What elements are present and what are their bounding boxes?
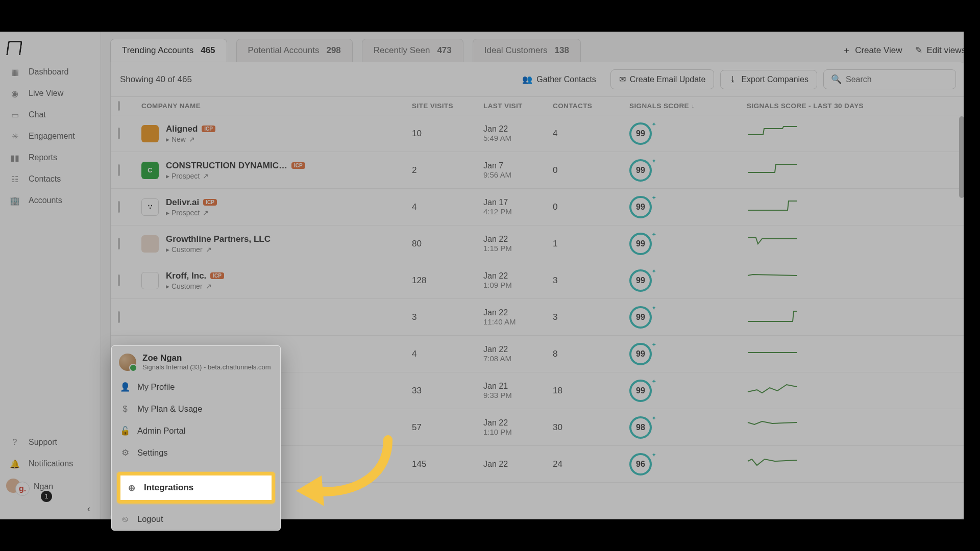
company-subtype: ▸ Prospect ↗ (166, 209, 217, 217)
external-link-icon[interactable]: ↗ (206, 282, 212, 290)
company-logo (141, 309, 159, 326)
last-visit-time: 9:33 PM (483, 391, 553, 399)
company-logo: C (141, 162, 159, 179)
signals-score: 99 (629, 122, 652, 145)
gather-contacts-button[interactable]: 👥 Gather Contacts (514, 70, 604, 89)
collapse-sidebar-button[interactable]: ‹ (87, 504, 90, 514)
create-view-button[interactable]: ＋ Create View (842, 44, 902, 56)
sparkline (747, 381, 930, 400)
avatar: g. (6, 478, 29, 496)
barchart-icon: ▮▮ (9, 152, 20, 163)
sidebar-item-contacts[interactable]: ☷ Contacts (0, 168, 101, 190)
signals-score: 98 (629, 416, 652, 439)
site-visits: 33 (412, 386, 483, 396)
col-lastvisit[interactable]: LAST VISIT (483, 102, 553, 110)
last-visit-time: 1:09 PM (483, 281, 553, 289)
sidebar-item-dashboard[interactable]: ▦ Dashboard (0, 61, 101, 83)
external-link-icon[interactable]: ↗ (203, 209, 209, 217)
site-visits: 10 (412, 129, 483, 139)
menu-logout[interactable]: ⎋ Logout (112, 508, 280, 530)
dollar-icon: $ (120, 404, 130, 414)
table-row[interactable]: Aligned ICP▸ New ↗10Jan 225:49 AM499 (111, 115, 965, 152)
search-input[interactable]: 🔍 (823, 69, 956, 89)
menu-plan-usage[interactable]: $ My Plan & Usage (112, 398, 280, 420)
tab-potential-accounts[interactable]: Potential Accounts298 (236, 39, 353, 62)
popup-user-name: Zoe Ngan (142, 353, 271, 363)
row-checkbox[interactable] (118, 201, 120, 213)
building-icon: 🏢 (9, 195, 20, 206)
sidebar-item-label: Chat (29, 110, 46, 119)
table-row[interactable]: CCONSTRUCTION DYNAMIC… ICP▸ Prospect ↗2J… (111, 152, 965, 189)
tab-ideal-customers[interactable]: Ideal Customers138 (473, 39, 581, 62)
last-visit-date: Jan 22 (483, 124, 553, 134)
last-visit-time: 5:49 AM (483, 134, 553, 142)
sidebar-item-label: Support (29, 438, 57, 447)
search-icon: 🔍 (831, 74, 842, 85)
col-visits[interactable]: SITE VISITS (412, 102, 483, 110)
last-visit-date: Jan 22 (483, 345, 553, 354)
signals-score: 99 (629, 159, 652, 182)
menu-my-profile[interactable]: 👤 My Profile (112, 376, 280, 398)
table-row[interactable]: 3Jan 2211:40 AM399 (111, 299, 965, 336)
create-email-update-button[interactable]: ✉ Create Email Update (610, 69, 715, 89)
edit-views-button[interactable]: ✎ Edit views (915, 44, 966, 56)
sidebar-user[interactable]: g. Ngan 1 (0, 474, 101, 499)
company-logo (141, 125, 159, 142)
sidebar-item-notifications[interactable]: 🔔 Notifications (0, 453, 101, 474)
lock-icon: 🔓 (120, 426, 130, 436)
signals-score: 99 (629, 343, 652, 365)
table-row[interactable]: Growthline Partners, LLC▸ Customer ↗80Ja… (111, 226, 965, 262)
row-checkbox[interactable] (118, 274, 120, 286)
menu-settings[interactable]: ⚙ Settings (112, 442, 280, 464)
sidebar-item-reports[interactable]: ▮▮ Reports (0, 147, 101, 168)
icp-badge: ICP (203, 199, 217, 206)
person-icon: 👤 (120, 382, 130, 392)
table-row[interactable]: Kroff, Inc. ICP▸ Customer ↗128Jan 221:09… (111, 262, 965, 299)
icp-badge: ICP (210, 272, 224, 279)
external-link-icon[interactable]: ↗ (189, 135, 195, 143)
sidebar-item-support[interactable]: ? Support (0, 432, 101, 453)
site-visits: 3 (412, 312, 483, 322)
export-companies-button[interactable]: ⭳ Export Companies (720, 70, 817, 89)
sidebar-item-chat[interactable]: ▭ Chat (0, 104, 101, 126)
select-all-checkbox[interactable] (118, 101, 120, 111)
last-visit-date: Jan 7 (483, 161, 553, 170)
row-checkbox[interactable] (118, 238, 120, 249)
highlight-integrations[interactable]: ⊕ Integrations (117, 472, 275, 504)
col-contacts[interactable]: CONTACTS (553, 102, 629, 110)
avatar (119, 354, 136, 371)
last-visit-date: Jan 22 (483, 308, 553, 317)
menu-admin-portal[interactable]: 🔓 Admin Portal (112, 420, 280, 442)
company-logo: ∵ (141, 198, 159, 216)
last-visit-date: Jan 22 (483, 235, 553, 244)
row-checkbox[interactable] (118, 311, 120, 323)
scrollbar-thumb[interactable] (959, 116, 964, 198)
icp-badge: ICP (202, 126, 215, 132)
showing-count: Showing 40 of 465 (120, 74, 192, 85)
sidebar-item-label: Reports (29, 153, 57, 162)
tab-recently-seen[interactable]: Recently Seen473 (362, 39, 463, 62)
col-company[interactable]: COMPANY NAME (141, 102, 412, 110)
company-name: Growthline Partners, LLC (166, 234, 271, 244)
contacts-count: 0 (553, 202, 629, 212)
sidebar-item-liveview[interactable]: ◉ Live View (0, 83, 101, 104)
signals-score: 99 (629, 380, 652, 402)
sidebar-item-accounts[interactable]: 🏢 Accounts (0, 190, 101, 211)
app-logo[interactable] (0, 37, 101, 61)
row-checkbox[interactable] (118, 128, 120, 139)
tab-trending-accounts[interactable]: Trending Accounts465 (110, 39, 227, 62)
site-visits: 128 (412, 276, 483, 286)
notification-badge: 1 (41, 491, 52, 502)
sidebar-item-engagement[interactable]: ✳ Engagement (0, 126, 101, 147)
row-checkbox[interactable] (118, 164, 120, 176)
sidebar-item-label: Dashboard (29, 67, 68, 77)
external-link-icon[interactable]: ↗ (206, 245, 212, 254)
contacts-icon: ☷ (9, 173, 20, 185)
site-visits: 2 (412, 165, 483, 176)
table-row[interactable]: ∵Delivr.ai ICP▸ Prospect ↗4Jan 174:12 PM… (111, 189, 965, 226)
col-score[interactable]: SIGNALS SCORE ↓ (629, 102, 747, 110)
last-visit-time: 7:08 AM (483, 354, 553, 363)
signals-score: 99 (629, 306, 652, 329)
col-score30[interactable]: SIGNALS SCORE - LAST 30 DAYS (747, 102, 930, 110)
external-link-icon[interactable]: ↗ (203, 172, 209, 180)
